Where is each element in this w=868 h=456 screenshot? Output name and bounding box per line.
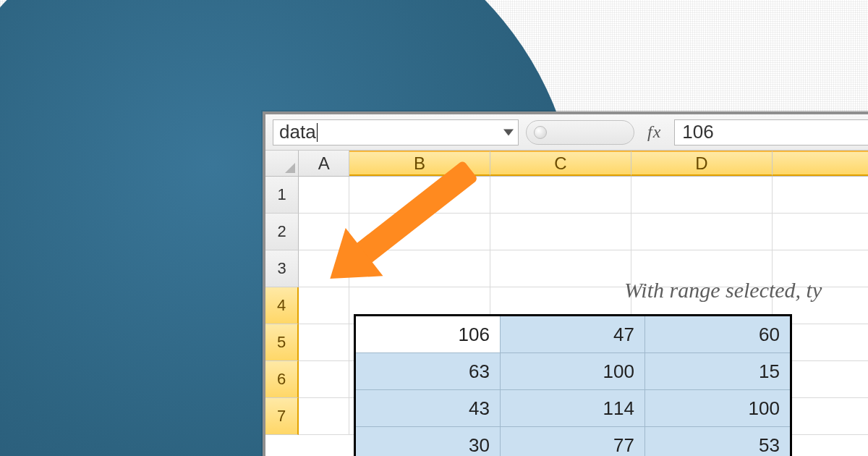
column-header-D[interactable]: D (631, 151, 773, 176)
cell-B6-value[interactable]: 43 (356, 390, 501, 427)
column-header-A[interactable]: A (299, 151, 349, 176)
row-header-7[interactable]: 7 (265, 398, 299, 435)
cell-C5-value[interactable]: 100 (501, 353, 645, 390)
table-row: 106 47 60 (356, 316, 790, 353)
table-row: 30 77 53 (356, 427, 790, 456)
cell-B5-value[interactable]: 63 (356, 353, 501, 390)
formula-input[interactable]: 106 (674, 119, 868, 145)
chevron-down-icon[interactable] (503, 129, 514, 135)
cell-A5[interactable] (299, 324, 349, 361)
column-header-row: A B C D (265, 151, 868, 177)
table-row: 63 100 15 (356, 353, 790, 390)
column-header-B[interactable]: B (349, 151, 490, 176)
cell-D1[interactable] (631, 177, 773, 214)
text-cursor (317, 123, 318, 142)
stage: data fx 106 A B C D 1 (0, 0, 868, 456)
cell-D6-value[interactable]: 100 (645, 390, 790, 427)
cell-B2[interactable] (349, 214, 490, 250)
name-box-value: data (279, 121, 316, 143)
control-dot-icon (534, 126, 547, 139)
select-all-corner[interactable] (265, 151, 299, 176)
fx-icon[interactable]: fx (642, 122, 667, 142)
cell-B7-value[interactable]: 30 (356, 427, 501, 456)
cell-D2[interactable] (631, 214, 773, 250)
cell-A2[interactable] (299, 214, 349, 250)
cell-E1[interactable] (773, 177, 868, 214)
formula-bar: data fx 106 (265, 114, 868, 151)
name-box[interactable]: data (273, 119, 519, 145)
formula-controls[interactable] (526, 120, 634, 145)
cell-A6[interactable] (299, 361, 349, 398)
cell-C7-value[interactable]: 77 (501, 427, 645, 456)
cell-D4-value[interactable]: 60 (645, 316, 790, 353)
table-row: 43 114 100 (356, 390, 790, 427)
row-header-1[interactable]: 1 (265, 177, 299, 214)
cell-C3[interactable] (490, 250, 631, 287)
cell-C4-value[interactable]: 47 (501, 316, 645, 353)
cell-A7[interactable] (299, 398, 349, 435)
cell-A1[interactable] (299, 177, 349, 214)
cell-A3[interactable] (299, 250, 349, 287)
cell-C2[interactable] (490, 214, 631, 250)
selected-range[interactable]: 106 47 60 63 100 15 43 114 100 (354, 314, 792, 456)
cell-B3[interactable] (349, 250, 490, 287)
row-header-3[interactable]: 3 (265, 250, 299, 287)
row-header-2[interactable]: 2 (265, 214, 299, 250)
cell-D5-value[interactable]: 15 (645, 353, 790, 390)
column-header-E[interactable] (773, 151, 868, 176)
grid-body: 1 2 3 (265, 177, 868, 435)
cell-C1[interactable] (490, 177, 631, 214)
worksheet[interactable]: A B C D 1 2 (265, 151, 868, 456)
cell-B1[interactable] (349, 177, 490, 214)
annotation-text: With range selected, ty (624, 278, 822, 303)
cell-C6-value[interactable]: 114 (501, 390, 645, 427)
row-2: 2 (265, 214, 868, 250)
row-header-5[interactable]: 5 (265, 324, 299, 361)
row-header-4[interactable]: 4 (265, 287, 299, 324)
formula-value: 106 (682, 121, 713, 143)
excel-window: data fx 106 A B C D 1 (263, 111, 868, 456)
cell-A4[interactable] (299, 287, 349, 324)
active-cell-B4[interactable]: 106 (356, 316, 501, 353)
cell-E2[interactable] (773, 214, 868, 250)
cell-D7-value[interactable]: 53 (645, 427, 790, 456)
column-header-C[interactable]: C (490, 151, 631, 176)
row-header-6[interactable]: 6 (265, 361, 299, 398)
row-1: 1 (265, 177, 868, 214)
